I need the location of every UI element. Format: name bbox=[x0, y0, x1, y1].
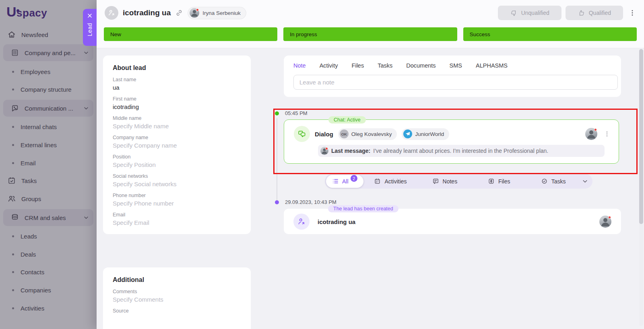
unqualified-button[interactable]: Unqualified bbox=[498, 6, 561, 20]
field-value[interactable]: icotrading bbox=[113, 103, 241, 110]
participant-chip[interactable]: OK Oleg Kovalevsky bbox=[338, 128, 397, 140]
last-message-bar[interactable]: Last message: I've already learnt about … bbox=[318, 145, 605, 157]
filter-activities[interactable]: Activities bbox=[363, 178, 418, 185]
lead-created-badge: The lead has been created bbox=[328, 205, 398, 212]
filter-all-label: All bbox=[342, 178, 349, 185]
field-label: Last name bbox=[113, 77, 241, 82]
tab-note[interactable]: Note bbox=[293, 62, 306, 69]
field-label: Comments bbox=[113, 289, 241, 294]
kebab-icon[interactable] bbox=[628, 8, 637, 18]
assignee-name: Iryna Serbeniuk bbox=[202, 10, 241, 16]
list-icon bbox=[332, 178, 339, 185]
chat-title: Dialog bbox=[315, 131, 333, 138]
link-icon[interactable] bbox=[175, 9, 183, 17]
field-social-networks: Social networks Specify Social networks bbox=[113, 173, 241, 187]
qualified-button[interactable]: Qualified bbox=[566, 6, 623, 20]
scrollbar-thumb[interactable] bbox=[639, 49, 643, 224]
avatar[interactable] bbox=[585, 128, 597, 140]
tab-activity[interactable]: Activity bbox=[320, 62, 338, 69]
qualified-label: Qualified bbox=[589, 10, 611, 16]
field-placeholder[interactable]: Specify Phone number bbox=[113, 200, 241, 207]
lead-tab-label: Lead bbox=[87, 23, 93, 36]
stage-success[interactable]: Success bbox=[463, 27, 637, 41]
about-lead-card: About lead Last name ua First name icotr… bbox=[103, 56, 251, 234]
field-position: Position Specify Position bbox=[113, 154, 241, 168]
composer-tabs: Note Activity Files Tasks Documents SMS … bbox=[293, 62, 615, 69]
chat-bubbles-icon bbox=[294, 126, 310, 142]
field-comments: Comments Specify Comments bbox=[113, 289, 241, 303]
channel-name: JuniorWorld bbox=[415, 131, 444, 137]
field-placeholder[interactable]: Specify Comments bbox=[113, 296, 241, 303]
field-middle-name: Middle name Specify Middle name bbox=[113, 115, 241, 130]
calendar-icon bbox=[374, 178, 381, 185]
tab-sms[interactable]: SMS bbox=[450, 62, 462, 69]
field-label: Source bbox=[113, 308, 241, 314]
created-entry-title: icotrading ua bbox=[318, 218, 355, 225]
additional-card: Additional Comments Specify Comments Sou… bbox=[103, 267, 251, 329]
field-phone-number: Phone number Specify Phone number bbox=[113, 193, 241, 207]
last-message-text: I've already learnt about prices. I'm in… bbox=[373, 148, 548, 154]
filter-files[interactable]: Files bbox=[472, 178, 526, 185]
close-icon[interactable] bbox=[87, 12, 93, 19]
note-icon bbox=[432, 178, 439, 185]
chat-activity-card[interactable]: Chat: Active Dialog OK Oleg Kovalevsky J… bbox=[284, 119, 619, 164]
assignee-chip[interactable]: Iryna Serbeniuk bbox=[188, 7, 246, 19]
field-label: Social networks bbox=[113, 173, 241, 179]
field-label: Phone number bbox=[113, 193, 241, 198]
avatar[interactable] bbox=[599, 216, 611, 228]
status-dot bbox=[608, 216, 611, 219]
avatar bbox=[190, 8, 199, 18]
channel-chip[interactable]: JuniorWorld bbox=[402, 128, 449, 140]
avatar bbox=[320, 147, 328, 155]
stage-new[interactable]: New bbox=[104, 27, 277, 41]
tab-documents[interactable]: Documents bbox=[406, 62, 436, 69]
filter-all[interactable]: All 2 bbox=[326, 175, 363, 188]
tab-files[interactable]: Files bbox=[352, 62, 364, 69]
filter-label: Notes bbox=[443, 178, 458, 185]
field-label: First name bbox=[113, 96, 241, 102]
filter-label: Files bbox=[498, 178, 510, 185]
timeline-time: 29.09.2023, 10:43 PM bbox=[285, 199, 336, 205]
field-company-name: Company name Specify Company name bbox=[113, 135, 241, 149]
note-input[interactable] bbox=[293, 75, 618, 90]
timeline-dot-chat bbox=[275, 111, 279, 115]
initials-avatar: OK bbox=[340, 130, 349, 138]
stage-label: New bbox=[110, 31, 121, 37]
lead-detail-panel: icotrading ua Iryna Serbeniuk Unqualifie… bbox=[97, 0, 644, 329]
timeline-time: 05:45 PM bbox=[285, 110, 308, 116]
additional-title: Additional bbox=[113, 276, 241, 284]
timeline-filter-bar: All 2 Activities Notes Files Tasks bbox=[325, 174, 592, 189]
person-add-icon bbox=[293, 214, 310, 230]
lead-created-card[interactable]: The lead has been created icotrading ua bbox=[284, 209, 621, 234]
tab-alphasms[interactable]: ALPHASMS bbox=[476, 62, 508, 69]
telegram-icon bbox=[403, 130, 412, 138]
tab-tasks[interactable]: Tasks bbox=[378, 62, 392, 69]
field-placeholder[interactable]: Specify Middle name bbox=[113, 123, 241, 130]
field-placeholder[interactable]: Specify Company name bbox=[113, 142, 241, 149]
composer-card: Note Activity Files Tasks Documents SMS … bbox=[284, 56, 621, 97]
page-title: icotrading ua bbox=[123, 8, 171, 17]
thumb-up-icon bbox=[578, 9, 585, 17]
stage-label: In progress bbox=[290, 31, 317, 37]
field-placeholder[interactable]: Specify Position bbox=[113, 161, 241, 168]
field-first-name: First name icotrading bbox=[113, 96, 241, 110]
chat-status-badge: Chat: Active bbox=[328, 116, 366, 123]
stage-in-progress[interactable]: In progress bbox=[283, 27, 457, 41]
filter-notes[interactable]: Notes bbox=[417, 178, 472, 185]
filter-tasks[interactable]: Tasks bbox=[526, 178, 580, 185]
chevron-down-icon[interactable] bbox=[580, 178, 589, 185]
status-dot bbox=[594, 128, 597, 131]
field-value[interactable]: ua bbox=[113, 84, 241, 91]
filter-label: Activities bbox=[384, 178, 407, 185]
stage-label: Success bbox=[470, 31, 490, 37]
modal-dim-overlay[interactable] bbox=[0, 0, 97, 329]
field-placeholder[interactable]: Specify Email bbox=[113, 219, 241, 226]
kebab-icon[interactable] bbox=[603, 130, 611, 138]
field-label: Position bbox=[113, 154, 241, 160]
lead-type-avatar bbox=[105, 6, 118, 20]
status-dot bbox=[325, 147, 328, 150]
thumb-down-icon bbox=[510, 9, 518, 17]
field-placeholder[interactable]: Specify Social networks bbox=[113, 181, 241, 187]
timeline-rail bbox=[277, 118, 277, 200]
field-label: Email bbox=[113, 212, 241, 218]
